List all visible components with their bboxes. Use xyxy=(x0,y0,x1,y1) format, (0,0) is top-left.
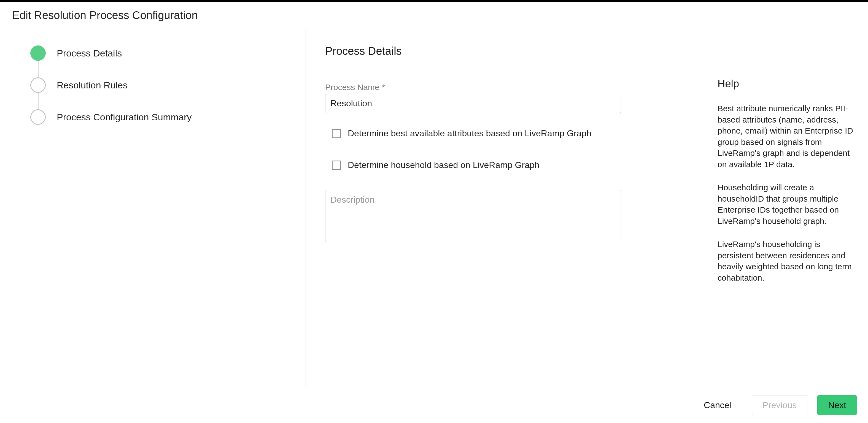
step-label: Process Configuration Summary xyxy=(57,112,191,123)
main-column: Process Details Process Name * Determine… xyxy=(306,28,868,387)
help-panel: Help Best attribute numerically ranks PI… xyxy=(704,61,868,376)
body: Process Details Resolution Rules Process… xyxy=(0,28,868,387)
checkbox-unchecked-icon[interactable] xyxy=(332,129,341,138)
step-connector xyxy=(38,93,38,109)
process-name-label: Process Name * xyxy=(325,83,685,92)
step-label: Resolution Rules xyxy=(57,80,128,91)
step-dot-inactive-icon xyxy=(30,77,46,93)
description-textarea[interactable] xyxy=(325,190,621,242)
checkbox-label: Determine best available attributes base… xyxy=(348,128,591,138)
help-heading: Help xyxy=(717,78,855,90)
stepper: Process Details Resolution Rules Process… xyxy=(0,28,306,387)
page-root: Edit Resolution Process Configuration Pr… xyxy=(0,0,868,423)
step-process-details[interactable]: Process Details xyxy=(30,45,294,61)
checkbox-unchecked-icon[interactable] xyxy=(332,161,341,170)
step-dot-inactive-icon xyxy=(30,109,46,125)
step-label: Process Details xyxy=(57,48,122,59)
form-area: Process Details Process Name * Determine… xyxy=(306,28,704,387)
step-resolution-rules[interactable]: Resolution Rules xyxy=(30,77,294,93)
help-paragraph: Householding will create a householdID t… xyxy=(717,182,855,227)
page-title: Edit Resolution Process Configuration xyxy=(12,9,856,22)
titlebar: Edit Resolution Process Configuration xyxy=(0,2,868,28)
step-connector xyxy=(38,61,38,77)
help-paragraph: LiveRamp's householding is persistent be… xyxy=(717,239,855,283)
checkbox-row-household[interactable]: Determine household based on LiveRamp Gr… xyxy=(332,160,685,170)
process-name-input[interactable] xyxy=(325,94,621,113)
previous-button[interactable]: Previous xyxy=(752,395,808,415)
next-button[interactable]: Next xyxy=(817,395,857,415)
step-dot-active-icon xyxy=(30,45,46,61)
footer: Cancel Previous Next xyxy=(0,387,868,423)
cancel-button[interactable]: Cancel xyxy=(693,395,742,415)
form-heading: Process Details xyxy=(325,45,685,57)
checkbox-label: Determine household based on LiveRamp Gr… xyxy=(348,160,539,170)
checkbox-row-best-attributes[interactable]: Determine best available attributes base… xyxy=(332,128,685,138)
step-config-summary[interactable]: Process Configuration Summary xyxy=(30,109,294,125)
help-paragraph: Best attribute numerically ranks PII-bas… xyxy=(717,103,855,170)
